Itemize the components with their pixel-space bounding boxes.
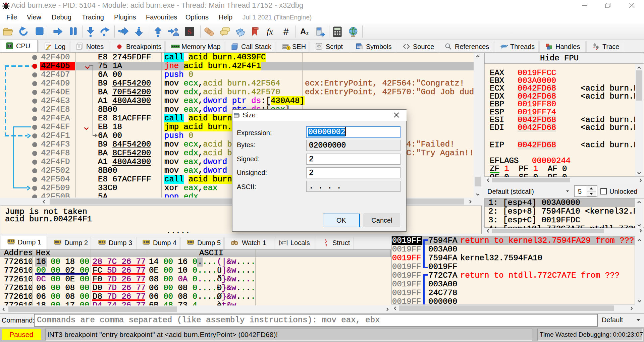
svg-text:az: az (357, 44, 361, 48)
svg-text:z: z (306, 31, 309, 36)
svg-text:#: # (283, 26, 289, 37)
svg-text:S: S (187, 27, 192, 36)
svg-text:!: ! (288, 47, 289, 50)
svg-text:A: A (300, 27, 306, 36)
svg-text:fx: fx (267, 27, 273, 37)
svg-text:|x=|: |x=| (279, 240, 288, 245)
svg-text:a: a (318, 45, 320, 48)
